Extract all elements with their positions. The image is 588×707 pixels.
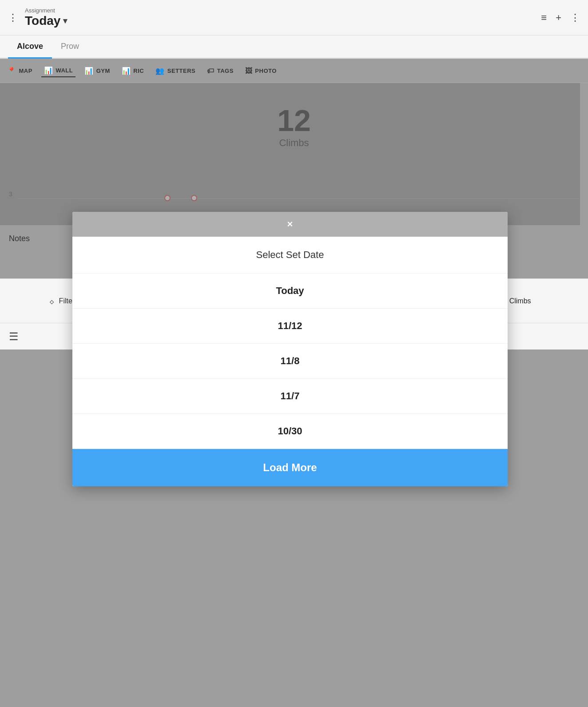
main-area: 12 Climbs 3 × Select Set Date Today 11/1…	[0, 83, 588, 225]
load-more-label: Load More	[263, 461, 317, 473]
photo-icon: 🖼	[245, 67, 253, 75]
list-icon[interactable]: ≡	[541, 12, 547, 24]
tab-gym[interactable]: 📊 GYM	[82, 65, 113, 77]
tab-setters[interactable]: 👥 SETTERS	[153, 65, 198, 77]
view-tabs: 📍 MAP 📊 WALL 📊 GYM 📊 RIC 👥 SETTERS 🏷 TAG…	[0, 59, 588, 83]
more-options-icon[interactable]: ⋮	[570, 12, 580, 24]
tab-map[interactable]: 📍 MAP	[4, 65, 35, 77]
header-today[interactable]: Today ▾	[25, 14, 67, 28]
tab-tags[interactable]: 🏷 TAGS	[204, 65, 236, 77]
today-text: Today	[25, 14, 60, 28]
date-option-117[interactable]: 11/7	[72, 379, 508, 414]
filter-icon: ⬦	[49, 295, 55, 307]
header-title-block: Assignment Today ▾	[25, 7, 67, 28]
date-option-118-label: 11/8	[281, 355, 300, 366]
tab-map-label: MAP	[19, 68, 32, 74]
modal-title-row: Select Set Date	[72, 237, 508, 274]
tab-prow[interactable]: Prow	[52, 36, 88, 59]
date-option-1112[interactable]: 11/12	[72, 309, 508, 344]
setters-icon: 👥	[155, 67, 165, 75]
map-icon: 📍	[7, 67, 16, 75]
date-picker-modal: × Select Set Date Today 11/12 11/8 11/7 …	[72, 212, 508, 486]
tab-photo[interactable]: 🖼 PHOTO	[242, 65, 279, 77]
tab-gym-label: GYM	[96, 68, 110, 74]
gym-chart-icon: 📊	[84, 67, 94, 75]
add-icon[interactable]: +	[556, 12, 561, 24]
date-option-today[interactable]: Today	[72, 274, 508, 309]
date-option-1030[interactable]: 10/30	[72, 414, 508, 449]
header-right: ≡ + ⋮	[541, 12, 580, 24]
date-option-1030-label: 10/30	[278, 425, 302, 437]
tab-alcove[interactable]: Alcove	[8, 36, 52, 59]
tab-photo-label: PHOTO	[255, 68, 277, 74]
ric-chart-icon: 📊	[122, 67, 131, 75]
date-option-118[interactable]: 11/8	[72, 344, 508, 379]
tags-icon: 🏷	[207, 67, 215, 75]
notes-label: Notes	[9, 234, 30, 243]
climbs-label: Climbs	[509, 297, 531, 305]
modal-close-bar[interactable]: ×	[72, 212, 508, 237]
tab-tags-label: TAGS	[217, 68, 234, 74]
tab-ric-label: RIC	[133, 68, 144, 74]
menu-dots-icon[interactable]: ⋮	[8, 12, 19, 24]
close-icon[interactable]: ×	[287, 218, 293, 230]
header: ⋮ Assignment Today ▾ ≡ + ⋮	[0, 0, 588, 36]
date-option-1112-label: 11/12	[278, 320, 302, 331]
tab-wall-label: WALL	[56, 67, 73, 74]
tab-ric[interactable]: 📊 RIC	[119, 65, 147, 77]
tab-wall[interactable]: 📊 WALL	[41, 64, 75, 77]
tab-setters-label: SETTERS	[167, 68, 195, 74]
wall-chart-icon: 📊	[44, 66, 53, 75]
date-option-today-label: Today	[276, 285, 304, 296]
modal-overlay: × Select Set Date Today 11/12 11/8 11/7 …	[0, 83, 580, 225]
load-more-button[interactable]: Load More	[72, 449, 508, 486]
chevron-down-icon[interactable]: ▾	[63, 16, 67, 26]
date-option-117-label: 11/7	[281, 390, 300, 401]
bottom-nav-icon[interactable]: ☰	[9, 330, 19, 343]
assignment-label: Assignment	[25, 7, 67, 14]
header-left: ⋮ Assignment Today ▾	[8, 7, 67, 28]
location-tabs: Alcove Prow	[0, 36, 588, 59]
modal-title: Select Set Date	[256, 249, 324, 260]
